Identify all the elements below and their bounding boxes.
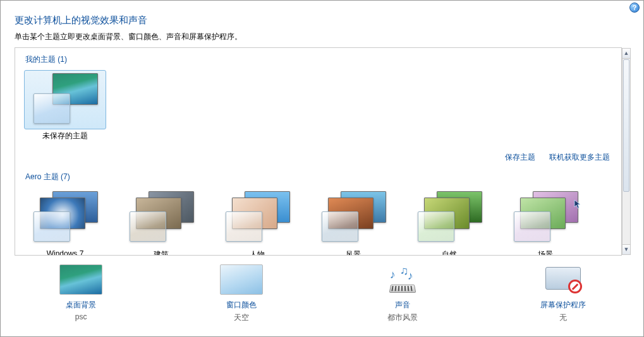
section-aero-themes-title: Aero 主题 (7) <box>25 172 615 182</box>
sounds-label: 声音 <box>339 300 466 310</box>
screensaver-button[interactable]: 屏幕保护程序 无 <box>500 264 626 323</box>
screensaver-value: 无 <box>500 312 626 323</box>
svg-marker-0 <box>574 200 580 208</box>
theme-label: 自然 <box>408 249 490 256</box>
link-more-themes-online[interactable]: 联机获取更多主题 <box>549 152 610 163</box>
theme-unsaved[interactable]: 未保存的主题 <box>24 70 106 141</box>
theme-nature[interactable]: 自然 <box>408 187 490 256</box>
theme-label: 建筑 <box>120 249 202 256</box>
window-color-label: 窗口颜色 <box>178 300 305 310</box>
screensaver-icon <box>542 264 585 295</box>
desktop-background-label: 桌面背景 <box>18 300 144 310</box>
theme-scenes[interactable]: 场景 <box>504 187 586 256</box>
theme-landscape[interactable]: 风景 <box>312 187 394 256</box>
desktop-background-value: psc <box>18 312 144 321</box>
page-title: 更改计算机上的视觉效果和声音 <box>15 15 627 27</box>
window-color-value: 天空 <box>178 312 305 323</box>
theme-links: 保存主题 联机获取更多主题 <box>505 152 610 163</box>
theme-label: Windows 7 <box>24 249 106 256</box>
scroll-down-button[interactable]: ▼ <box>623 244 630 254</box>
vertical-scrollbar[interactable]: ▲ ▼ <box>622 48 631 255</box>
desktop-background-button[interactable]: 桌面背景 psc <box>18 264 144 321</box>
section-my-themes-title: 我的主题 (1) <box>25 54 615 65</box>
theme-characters[interactable]: 人物 <box>216 187 298 256</box>
personalization-window: ? 更改计算机上的视觉效果和声音 单击某个主题立即更改桌面背景、窗口颜色、声音和… <box>0 0 644 337</box>
theme-label: 场景 <box>504 249 586 256</box>
screensaver-label: 屏幕保护程序 <box>500 300 626 310</box>
theme-label: 未保存的主题 <box>24 131 106 141</box>
theme-architecture[interactable]: 建筑 <box>120 187 202 256</box>
link-save-theme[interactable]: 保存主题 <box>505 152 535 163</box>
theme-stack-icon <box>33 74 97 125</box>
scroll-up-button[interactable]: ▲ <box>623 49 630 59</box>
sounds-icon: ♪♫♪ <box>381 264 424 295</box>
header-area: 更改计算机上的视觉效果和声音 单击某个主题立即更改桌面背景、窗口颜色、声音和屏幕… <box>15 15 627 47</box>
sounds-value: 都市风景 <box>339 312 466 323</box>
theme-label: 人物 <box>216 249 298 256</box>
theme-label: 风景 <box>312 249 394 256</box>
desktop-background-icon <box>59 264 102 295</box>
bottom-settings-bar: 桌面背景 psc 窗口颜色 天空 ♪♫♪ 声音 都市风景 屏幕保护程序 无 <box>1 258 643 336</box>
help-icon[interactable]: ? <box>629 3 640 13</box>
themes-panel: 我的主题 (1) 未保存的主题 保存主题 联机获取更多主题 Aero 主题 (7… <box>15 47 622 256</box>
aero-themes-row: Windows 7 建筑 人物 <box>24 187 615 256</box>
scrollbar-thumb[interactable] <box>623 59 629 192</box>
window-color-button[interactable]: 窗口颜色 天空 <box>178 264 305 323</box>
my-themes-row: 未保存的主题 <box>24 70 615 141</box>
window-color-icon <box>220 264 263 295</box>
theme-windows7[interactable]: Windows 7 <box>24 187 106 256</box>
theme-thumb <box>24 70 106 129</box>
sounds-button[interactable]: ♪♫♪ 声音 都市风景 <box>339 264 466 323</box>
mouse-cursor-icon <box>573 199 583 210</box>
page-subtitle: 单击某个主题立即更改桌面背景、窗口颜色、声音和屏幕保护程序。 <box>15 32 627 42</box>
